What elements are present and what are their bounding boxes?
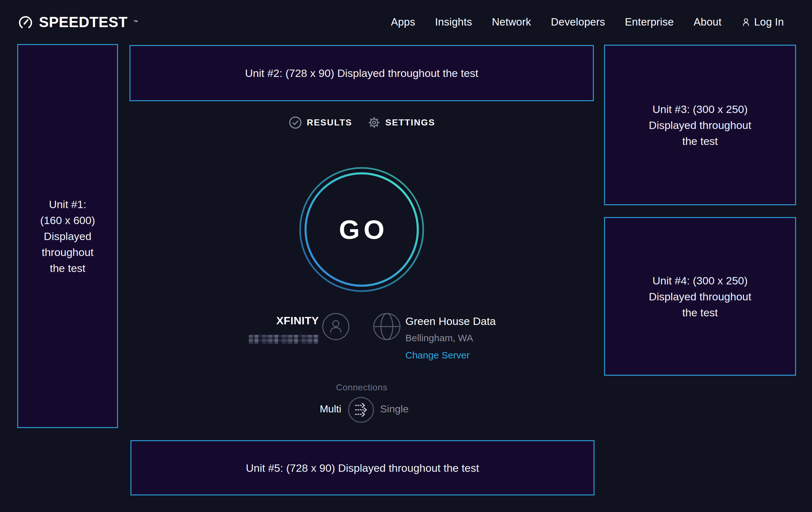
ad-unit-2: Unit #2: (728 x 90) Displayed throughout… [129, 45, 594, 101]
ad-unit-1-text: Unit #1: (160 x 600) Displayed throughou… [40, 196, 95, 276]
server-location: Bellingham, WA [405, 332, 473, 344]
isp-user-circle-icon [322, 313, 350, 342]
nav-item-apps[interactable]: Apps [391, 16, 415, 28]
ad-unit-2-text: Unit #2: (728 x 90) Displayed throughout… [245, 65, 478, 81]
speedtest-logo[interactable]: SPEEDTEST ™ [17, 14, 138, 31]
go-button-label: GO [298, 166, 425, 293]
change-server-link[interactable]: Change Server [405, 350, 470, 361]
go-button[interactable]: GO [298, 166, 425, 293]
nav-item-enterprise[interactable]: Enterprise [625, 16, 674, 28]
nav-item-insights[interactable]: Insights [435, 16, 472, 28]
ad-unit-1: Unit #1: (160 x 600) Displayed throughou… [17, 44, 118, 428]
nav-login-label: Log In [754, 16, 784, 28]
view-tabs: RESULTS SETTINGS [129, 112, 594, 133]
isp-name: XFINITY [204, 315, 319, 327]
tab-results[interactable]: RESULTS [288, 115, 352, 130]
ad-unit-5: Unit #5: (728 x 90) Displayed throughout… [130, 440, 594, 495]
tab-settings-label: SETTINGS [385, 117, 435, 128]
ad-unit-3: Unit #3: (300 x 250) Displayed throughou… [604, 45, 796, 205]
check-circle-icon [288, 115, 302, 130]
main-nav: Apps Insights Network Developers Enterpr… [391, 16, 784, 28]
connections-label: Connections [129, 382, 594, 393]
speedtest-page: SPEEDTEST ™ Apps Insights Network Develo… [0, 0, 812, 512]
connections-toggle-icon[interactable] [348, 397, 374, 425]
top-nav-bar: SPEEDTEST ™ Apps Insights Network Develo… [0, 0, 812, 44]
nav-item-about[interactable]: About [694, 16, 722, 28]
nav-login[interactable]: Log In [741, 16, 784, 28]
ad-unit-5-text: Unit #5: (728 x 90) Displayed throughout… [246, 460, 479, 476]
tab-results-label: RESULTS [307, 117, 352, 128]
tab-settings[interactable]: SETTINGS [368, 116, 435, 129]
server-globe-icon [373, 313, 401, 342]
brand-name: SPEEDTEST [39, 14, 127, 31]
server-name: Green House Data [405, 315, 496, 327]
redacted-ip-address [249, 335, 319, 344]
brand-trademark: ™ [133, 19, 138, 24]
nav-item-developers[interactable]: Developers [551, 16, 605, 28]
connections-multi-option[interactable]: Multi [252, 403, 341, 415]
ad-unit-3-text: Unit #3: (300 x 250) Displayed throughou… [649, 101, 751, 149]
ad-unit-4-text: Unit #4: (300 x 250) Displayed throughou… [649, 273, 751, 321]
nav-item-network[interactable]: Network [492, 16, 531, 28]
gear-icon [368, 116, 381, 129]
ad-unit-4: Unit #4: (300 x 250) Displayed throughou… [604, 217, 796, 376]
user-icon [741, 17, 751, 27]
connections-single-option[interactable]: Single [380, 403, 409, 415]
speedometer-icon [17, 14, 34, 30]
